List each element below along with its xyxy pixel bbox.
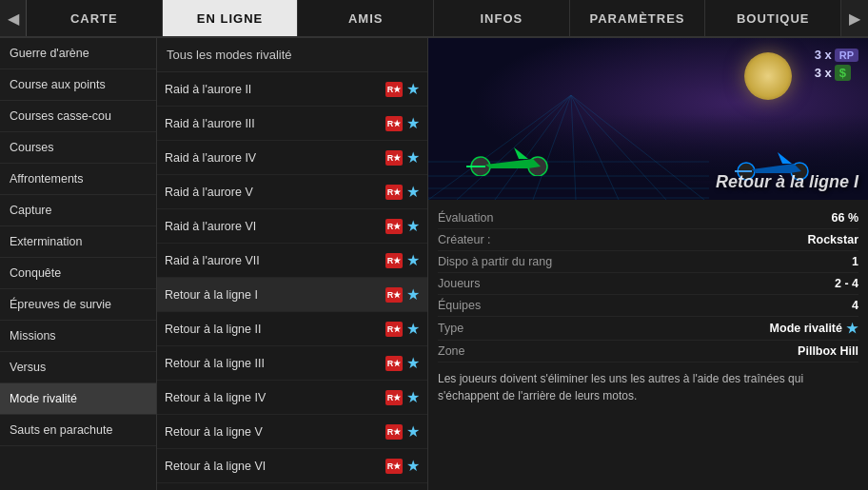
mission-icons: R★ ★ (385, 388, 420, 406)
category-item[interactable]: Extermination (0, 226, 156, 258)
star-icon: ★ (406, 114, 420, 132)
mission-item[interactable]: Raid à l'aurore VI R★ ★ (157, 209, 427, 244)
star-icon: ★ (406, 148, 420, 167)
category-item[interactable]: Conquête (0, 258, 156, 289)
detail-zone: Zone Pillbox Hill (438, 341, 858, 363)
svg-line-6 (571, 95, 666, 200)
category-item[interactable]: Course aux points (0, 69, 156, 101)
star-icon: ★ (406, 285, 420, 304)
rockstar-icon: R★ (385, 150, 403, 166)
detail-evaluation: Évaluation 66 % (438, 207, 858, 229)
category-item[interactable]: Capture (0, 195, 156, 226)
category-item[interactable]: Guerre d'arène (0, 38, 156, 69)
category-item[interactable]: Courses casse-cou (0, 101, 156, 132)
mission-preview: 3 x RP 3 x $ Retour à la ligne I (428, 38, 868, 200)
tab-parametres[interactable]: PARAMÈTRES (570, 0, 706, 36)
mission-icons: R★ ★ (385, 422, 420, 441)
mission-description: Les joueurs doivent s'éliminer les uns l… (438, 370, 858, 404)
category-list: Guerre d'arène Course aux points Courses… (0, 38, 157, 490)
category-item[interactable]: Affrontements (0, 164, 156, 195)
rp-bonus: 3 x RP (815, 48, 858, 62)
category-item[interactable]: Sauts en parachute (0, 415, 156, 446)
missions-header: Tous les modes rivalité (157, 38, 427, 72)
mission-item-selected[interactable]: Retour à la ligne I R★ ★ (157, 278, 427, 312)
svg-line-5 (571, 95, 619, 200)
star-icon: ★ (406, 457, 420, 475)
rockstar-icon: R★ (385, 287, 403, 303)
svg-line-7 (571, 95, 704, 200)
rockstar-icon: R★ (385, 322, 403, 337)
mission-item[interactable]: Retour à la ligne II R★ ★ (157, 312, 427, 346)
mission-item[interactable]: Retour à la ligne VI R★ ★ (157, 449, 427, 483)
mission-icons: R★ ★ (385, 114, 420, 132)
tab-carte[interactable]: CARTE (27, 0, 163, 36)
preview-mission-title: Retour à la ligne I (716, 172, 858, 192)
main-area: Guerre d'arène Course aux points Courses… (0, 38, 868, 490)
category-item[interactable]: Missions (0, 321, 156, 352)
svg-line-4 (571, 95, 576, 200)
tab-amis[interactable]: AMIS (298, 0, 434, 36)
rockstar-icon: R★ (385, 253, 403, 268)
mission-item[interactable]: Raid à l'aurore VII R★ ★ (157, 244, 427, 278)
svg-marker-15 (514, 147, 528, 159)
bike-green (466, 138, 552, 176)
detail-equipes: Équipes 4 (438, 295, 858, 317)
category-item[interactable]: Courses (0, 132, 156, 164)
mission-icons: R★ ★ (385, 80, 420, 98)
star-icon: ★ (406, 422, 420, 441)
mission-details: Évaluation 66 % Créateur : Rockstar Disp… (428, 200, 868, 490)
rockstar-icon: R★ (385, 356, 403, 371)
svg-marker-14 (485, 159, 541, 168)
mission-icons: R★ ★ (385, 354, 420, 372)
rockstar-icon: R★ (385, 219, 403, 234)
mission-icons: R★ ★ (385, 457, 420, 475)
tab-infos[interactable]: INFOS (434, 0, 570, 36)
mission-icons: R★ ★ (385, 251, 420, 269)
detail-dispo: Dispo à partir du rang 1 (438, 251, 858, 273)
detail-panel: 3 x RP 3 x $ Retour à la ligne I Évaluat… (428, 38, 868, 490)
rockstar-icon: R★ (385, 185, 403, 200)
mission-list: Tous les modes rivalité Raid à l'aurore … (157, 38, 428, 490)
rockstar-icon: R★ (385, 424, 403, 440)
detail-joueurs: Joueurs 2 - 4 (438, 273, 858, 295)
bonus-badges: 3 x RP 3 x $ (815, 48, 858, 81)
mission-icons: R★ ★ (385, 183, 420, 201)
category-item[interactable]: Versus (0, 352, 156, 383)
category-item[interactable]: Épreuves de survie (0, 289, 156, 321)
mission-item[interactable]: Raid à l'aurore II R★ ★ (157, 72, 427, 107)
mission-icons: R★ ★ (385, 217, 420, 235)
tab-en-ligne[interactable]: EN LIGNE (163, 0, 299, 36)
detail-type: Type Mode rivalité ★ (438, 317, 858, 341)
nav-arrow-right[interactable]: ▶ (841, 0, 868, 36)
rockstar-icon: R★ (385, 390, 403, 405)
rockstar-icon: R★ (385, 82, 403, 97)
star-icon: ★ (406, 251, 420, 269)
star-icon: ★ (406, 80, 420, 98)
detail-createur: Créateur : Rockstar (438, 229, 858, 251)
mission-item[interactable]: Retour à la ligne V R★ ★ (157, 415, 427, 449)
mission-item[interactable]: Raid à l'aurore III R★ ★ (157, 107, 427, 141)
star-icon: ★ (406, 217, 420, 235)
star-icon: ★ (406, 320, 420, 338)
cash-bonus: 3 x $ (815, 65, 858, 81)
svg-marker-20 (778, 152, 792, 164)
mission-item[interactable]: Raid à l'aurore IV R★ ★ (157, 141, 427, 175)
mission-item[interactable]: Raid à l'aurore V R★ ★ (157, 175, 427, 209)
mission-icons: R★ ★ (385, 285, 420, 304)
rockstar-icon: R★ (385, 459, 403, 474)
mission-icons: R★ ★ (385, 320, 420, 338)
mission-icons: R★ ★ (385, 148, 420, 167)
rockstar-icon: R★ (385, 116, 403, 131)
star-icon: ★ (406, 388, 420, 406)
mission-item[interactable]: Retour à la ligne VII R★ ★ (157, 483, 427, 490)
mission-item[interactable]: Retour à la ligne IV R★ ★ (157, 381, 427, 415)
mission-item[interactable]: Retour à la ligne III R★ ★ (157, 346, 427, 381)
type-star-icon: ★ (846, 321, 858, 336)
star-icon: ★ (406, 183, 420, 201)
category-item-mode-rivalite[interactable]: Mode rivalité (0, 383, 156, 415)
tab-boutique[interactable]: BOUTIQUE (705, 0, 841, 36)
nav-arrow-left[interactable]: ◀ (0, 0, 27, 36)
top-navigation: ◀ CARTE EN LIGNE AMIS INFOS PARAMÈTRES B… (0, 0, 868, 38)
star-icon: ★ (406, 354, 420, 372)
